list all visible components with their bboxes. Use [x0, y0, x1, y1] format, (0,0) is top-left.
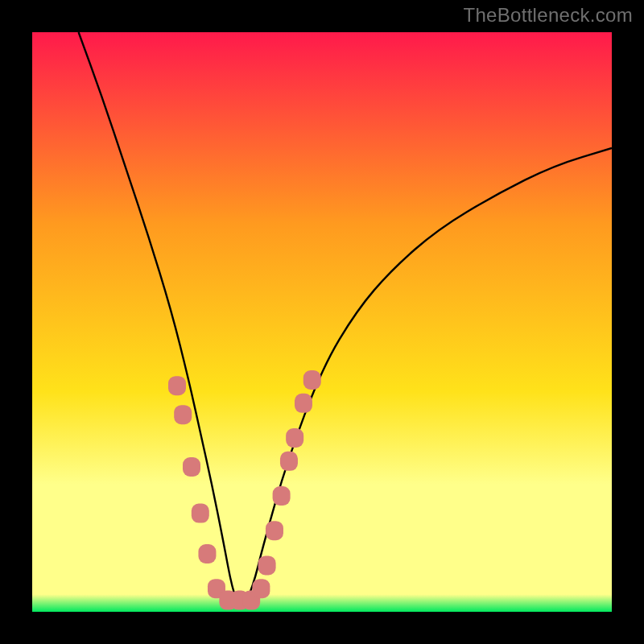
marker-point — [174, 405, 192, 424]
marker-point — [295, 394, 312, 413]
marker-point — [168, 376, 186, 395]
marker-point — [266, 521, 283, 540]
marker-point — [273, 486, 291, 506]
plot-background — [32, 32, 612, 612]
marker-point — [258, 555, 276, 575]
watermark-text: TheBottleneck.com — [463, 4, 633, 27]
chart-container: TheBottleneck.com — [0, 0, 644, 644]
marker-point — [303, 370, 321, 390]
marker-point — [198, 544, 216, 564]
chart-svg — [0, 0, 644, 644]
marker-point — [280, 452, 298, 471]
marker-point — [286, 428, 303, 448]
marker-point — [183, 457, 200, 477]
marker-point — [252, 579, 270, 598]
marker-point — [192, 504, 209, 523]
